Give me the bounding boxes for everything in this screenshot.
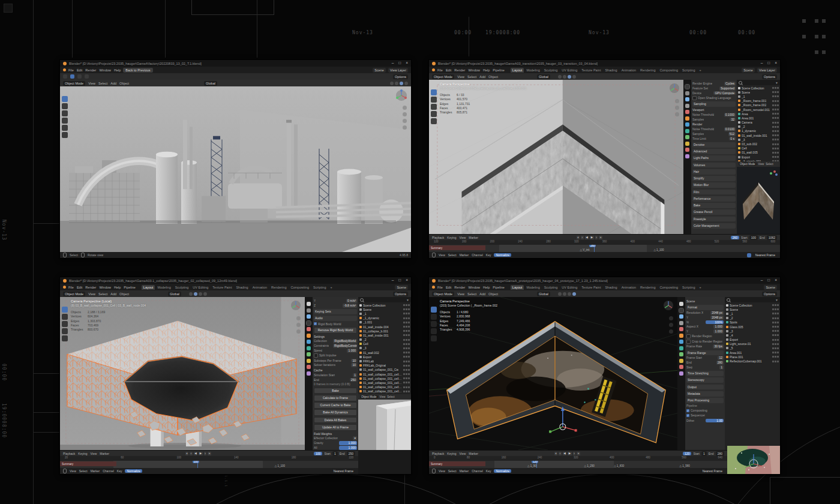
row-visibility-icons[interactable] (403, 304, 410, 306)
tab-physics-properties[interactable] (307, 346, 311, 350)
tab-scene-properties[interactable] (679, 321, 683, 325)
outliner-item[interactable]: 03_sub.002 (737, 142, 780, 146)
viewport-toolbar[interactable] (62, 96, 68, 138)
tab-output-properties[interactable] (685, 91, 689, 95)
timeline-marker[interactable]: △ V_init (580, 248, 590, 251)
editor-menu-item[interactable]: Add (479, 292, 485, 296)
collapsed-section[interactable]: Simplify (692, 176, 736, 181)
outliner-item[interactable]: FRKLab (358, 359, 411, 363)
row-visibility-icons[interactable] (403, 334, 410, 336)
mini-render-preview[interactable] (727, 446, 780, 474)
maximize-button[interactable]: □ (767, 278, 770, 283)
timeline-marker[interactable]: △ 1_580 (679, 464, 689, 467)
transport-button[interactable]: ‹ (190, 452, 193, 455)
timeline-menu-item[interactable]: View (91, 452, 97, 455)
timeline-ruler[interactable]: 2060100140180220 (60, 456, 358, 461)
tab-material-properties[interactable] (685, 148, 689, 152)
properties-tab-strip[interactable] (683, 80, 691, 234)
cache-action-button[interactable]: Delete All Bakes (314, 417, 357, 424)
outliner-item[interactable]: _1.001 (358, 320, 411, 325)
prop-value[interactable]: 32 (730, 118, 736, 122)
transport-button[interactable]: « (554, 452, 558, 455)
normalize-toggle[interactable]: Normalize (125, 469, 142, 473)
transport-button[interactable]: ◀ (585, 236, 589, 239)
dope-menu-item[interactable]: Channel (472, 253, 483, 257)
timeline-marker[interactable]: △ 1_90 (527, 464, 536, 467)
row-visibility-icons[interactable] (772, 87, 779, 89)
viewport-3d[interactable]: Camera Perspective (16) Scene Collection… (429, 80, 683, 234)
camera-view-icon[interactable] (403, 119, 407, 123)
row-visibility-icons[interactable] (403, 373, 410, 375)
dope-menu-item[interactable]: Select (448, 469, 457, 473)
maximize-button[interactable]: □ (398, 61, 401, 65)
viewport-buttons[interactable] (403, 106, 407, 130)
tab-texture-properties[interactable] (679, 371, 683, 376)
app-menu-item[interactable]: Window (468, 286, 480, 289)
outliner-item[interactable]: _3 (358, 346, 411, 350)
workspace-tab[interactable]: Modeling (155, 285, 172, 290)
timeline-marker[interactable]: △ 1_830 (614, 464, 624, 467)
workspace-tab[interactable]: UV Editing (191, 285, 210, 290)
filter-icon[interactable]: ▼ (406, 298, 409, 302)
section-frame-range[interactable]: Frame Range (686, 350, 724, 356)
navigation-gizmo[interactable] (668, 82, 680, 94)
view-layer-selector[interactable]: View Layer (757, 68, 777, 73)
outliner[interactable]: ▼ Scene Collection Scene _1 (725, 297, 780, 450)
dope-menu-item[interactable]: Marker (460, 253, 469, 257)
outliner-item[interactable]: Area.001 (725, 350, 780, 355)
prop-value[interactable]: 1 (719, 365, 724, 370)
outliner-item[interactable]: Light_source.01 (725, 342, 780, 346)
outliner-item[interactable]: Plane.001 (725, 355, 780, 359)
collapsed-section[interactable]: Bake (692, 203, 736, 208)
tab-world-properties[interactable] (679, 327, 683, 331)
timeline[interactable]: PlaybackKeyingViewMarker «‹◀▶›» 100 Star… (60, 450, 358, 468)
search-icon[interactable] (727, 298, 730, 302)
outliner-item[interactable]: _Room_frame.001 (737, 99, 780, 103)
transport-button[interactable]: › (573, 452, 576, 455)
prop-value[interactable]: 1.000 (713, 329, 724, 334)
summary-channel[interactable]: Summary (60, 461, 116, 466)
outliner-item[interactable]: FRKLab_Original (358, 364, 411, 368)
outliner-item[interactable]: 01_wall.005 (737, 151, 780, 155)
viewport-toolbar[interactable] (431, 89, 437, 124)
workspace-tab[interactable]: UV Editing (560, 68, 579, 73)
select-tool-icon[interactable] (431, 307, 437, 313)
tab-physics-properties[interactable] (679, 346, 683, 350)
app-menu-item[interactable]: Window (468, 68, 480, 72)
navigation-gizmo[interactable] (290, 299, 302, 311)
dither-slider[interactable]: 1.00 (706, 419, 724, 423)
workspace-tab[interactable]: Layout (511, 68, 524, 73)
outliner-item[interactable]: Spots (725, 320, 780, 325)
app-menu-item[interactable]: Help (483, 286, 490, 289)
prop-value[interactable]: -9.8 m/s² (343, 304, 357, 308)
dope-menu-item[interactable]: Select (448, 253, 457, 257)
outliner-item[interactable]: _2 (725, 316, 780, 320)
window-blender-factory[interactable]: Blender* [D:\Antony\Projects\23.2035_hau… (60, 60, 411, 258)
end-frame-field[interactable]: 1062 (767, 235, 777, 240)
dope-menu-item[interactable]: View (70, 469, 76, 473)
collapsed-section[interactable]: Volumes (692, 163, 736, 168)
section-format[interactable]: Format (686, 305, 724, 310)
proportional-icon[interactable] (747, 253, 751, 257)
outliner-item[interactable]: _5 (725, 346, 780, 350)
workspace-tab[interactable]: Modeling (524, 285, 541, 290)
row-visibility-icons[interactable] (403, 343, 410, 345)
tab-material-properties[interactable] (307, 365, 311, 369)
cache-action-button[interactable]: Bake All Dynamics (314, 409, 357, 416)
row-visibility-icons[interactable] (772, 113, 779, 115)
workspace-tab[interactable]: Shading (603, 285, 619, 290)
workspace-tab[interactable]: Shading (603, 68, 619, 73)
row-visibility-icons[interactable] (772, 156, 779, 158)
filter-icon[interactable]: ▼ (775, 298, 778, 302)
tab-texture-properties[interactable] (307, 371, 311, 376)
collapsed-section[interactable]: Audio (314, 316, 357, 321)
outliner-item[interactable]: Scene (725, 307, 780, 311)
select-tool-icon[interactable] (431, 89, 437, 95)
outliner-item[interactable]: Export (725, 338, 780, 342)
app-menu-item[interactable]: Help (114, 68, 121, 72)
row-visibility-icons[interactable] (403, 365, 410, 367)
transport-button[interactable]: ▶ (590, 236, 593, 239)
tab-view-layer-properties[interactable] (679, 314, 683, 319)
editor-menu-item[interactable]: Object (488, 292, 498, 296)
transport-button[interactable]: › (204, 452, 207, 455)
